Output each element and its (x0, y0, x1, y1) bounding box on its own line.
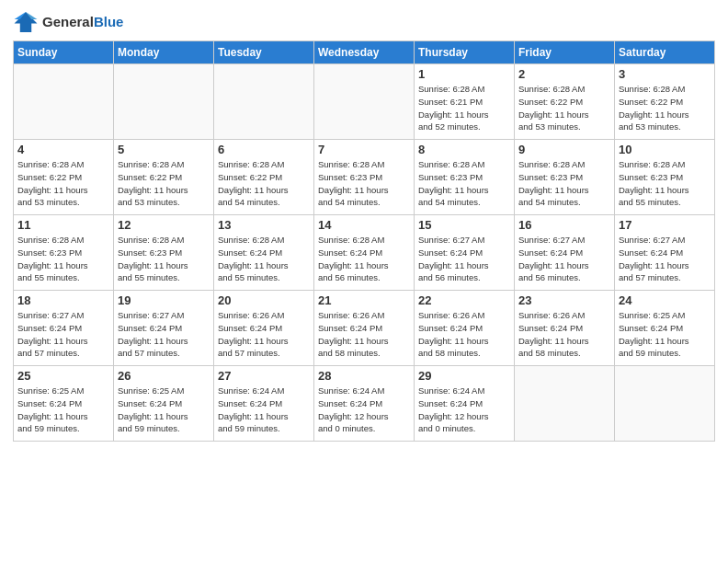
calendar-day-5: 5Sunrise: 6:28 AMSunset: 6:22 PMDaylight… (114, 140, 214, 215)
day-info: Sunrise: 6:27 AMSunset: 6:24 PMDaylight:… (17, 309, 109, 360)
day-info: Sunrise: 6:24 AMSunset: 6:24 PMDaylight:… (318, 385, 410, 435)
day-info: Sunrise: 6:25 AMSunset: 6:24 PMDaylight:… (619, 309, 711, 360)
day-info: Sunrise: 6:24 AMSunset: 6:24 PMDaylight:… (418, 385, 510, 435)
calendar-empty-cell (615, 366, 715, 442)
day-number: 20 (218, 293, 310, 307)
day-info: Sunrise: 6:26 AMSunset: 6:24 PMDaylight:… (218, 309, 310, 360)
calendar-header-row: SundayMondayTuesdayWednesdayThursdayFrid… (14, 41, 715, 64)
day-number: 22 (418, 293, 510, 307)
day-number: 7 (318, 143, 410, 156)
day-info: Sunrise: 6:26 AMSunset: 6:24 PMDaylight:… (418, 309, 510, 360)
day-number: 11 (17, 218, 109, 232)
calendar-day-18: 18Sunrise: 6:27 AMSunset: 6:24 PMDayligh… (14, 291, 114, 366)
calendar-empty-cell (214, 64, 314, 140)
calendar-day-24: 24Sunrise: 6:25 AMSunset: 6:24 PMDayligh… (615, 291, 715, 366)
calendar-day-8: 8Sunrise: 6:28 AMSunset: 6:23 PMDaylight… (415, 140, 515, 215)
day-info: Sunrise: 6:28 AMSunset: 6:23 PMDaylight:… (518, 158, 610, 209)
day-number: 23 (518, 293, 610, 307)
weekday-header-wednesday: Wednesday (314, 41, 415, 64)
day-info: Sunrise: 6:28 AMSunset: 6:24 PMDaylight:… (218, 234, 310, 284)
calendar-day-13: 13Sunrise: 6:28 AMSunset: 6:24 PMDayligh… (214, 215, 314, 291)
calendar-day-28: 28Sunrise: 6:24 AMSunset: 6:24 PMDayligh… (314, 366, 415, 442)
calendar-day-11: 11Sunrise: 6:28 AMSunset: 6:23 PMDayligh… (14, 215, 114, 291)
day-number: 5 (118, 143, 210, 156)
weekday-header-friday: Friday (515, 41, 615, 64)
day-info: Sunrise: 6:25 AMSunset: 6:24 PMDaylight:… (118, 385, 210, 435)
day-info: Sunrise: 6:24 AMSunset: 6:24 PMDaylight:… (218, 385, 310, 435)
calendar-day-12: 12Sunrise: 6:28 AMSunset: 6:23 PMDayligh… (114, 215, 214, 291)
day-number: 16 (518, 218, 610, 232)
calendar-day-25: 25Sunrise: 6:25 AMSunset: 6:24 PMDayligh… (14, 366, 114, 442)
calendar-day-21: 21Sunrise: 6:26 AMSunset: 6:24 PMDayligh… (314, 291, 415, 366)
day-info: Sunrise: 6:28 AMSunset: 6:22 PMDaylight:… (518, 83, 610, 133)
day-number: 4 (17, 143, 109, 156)
day-info: Sunrise: 6:28 AMSunset: 6:23 PMDaylight:… (17, 234, 109, 284)
calendar-day-6: 6Sunrise: 6:28 AMSunset: 6:22 PMDaylight… (214, 140, 314, 215)
weekday-header-sunday: Sunday (14, 41, 114, 64)
day-number: 12 (118, 218, 210, 232)
day-number: 21 (318, 293, 410, 307)
calendar-day-15: 15Sunrise: 6:27 AMSunset: 6:24 PMDayligh… (415, 215, 515, 291)
day-info: Sunrise: 6:27 AMSunset: 6:24 PMDaylight:… (619, 234, 711, 284)
calendar-day-27: 27Sunrise: 6:24 AMSunset: 6:24 PMDayligh… (214, 366, 314, 442)
weekday-header-monday: Monday (114, 41, 214, 64)
calendar-week-row: 25Sunrise: 6:25 AMSunset: 6:24 PMDayligh… (14, 366, 715, 442)
day-info: Sunrise: 6:27 AMSunset: 6:24 PMDaylight:… (518, 234, 610, 284)
day-info: Sunrise: 6:28 AMSunset: 6:23 PMDaylight:… (318, 158, 410, 209)
day-info: Sunrise: 6:28 AMSunset: 6:23 PMDaylight:… (418, 158, 510, 209)
day-info: Sunrise: 6:28 AMSunset: 6:24 PMDaylight:… (318, 234, 410, 284)
calendar-day-7: 7Sunrise: 6:28 AMSunset: 6:23 PMDaylight… (314, 140, 415, 215)
day-info: Sunrise: 6:28 AMSunset: 6:23 PMDaylight:… (118, 234, 210, 284)
calendar-day-10: 10Sunrise: 6:28 AMSunset: 6:23 PMDayligh… (615, 140, 715, 215)
calendar-week-row: 4Sunrise: 6:28 AMSunset: 6:22 PMDaylight… (14, 140, 715, 215)
day-number: 2 (518, 67, 610, 81)
calendar-table: SundayMondayTuesdayWednesdayThursdayFrid… (13, 40, 715, 442)
day-number: 19 (118, 293, 210, 307)
calendar-day-26: 26Sunrise: 6:25 AMSunset: 6:24 PMDayligh… (114, 366, 214, 442)
weekday-header-tuesday: Tuesday (214, 41, 314, 64)
day-number: 10 (619, 143, 711, 156)
day-number: 28 (318, 369, 410, 383)
day-number: 29 (418, 369, 510, 383)
calendar-day-22: 22Sunrise: 6:26 AMSunset: 6:24 PMDayligh… (415, 291, 515, 366)
day-number: 6 (218, 143, 310, 156)
day-number: 3 (619, 67, 711, 81)
calendar-day-1: 1Sunrise: 6:28 AMSunset: 6:21 PMDaylight… (415, 64, 515, 140)
day-number: 26 (118, 369, 210, 383)
calendar-empty-cell (314, 64, 415, 140)
calendar-week-row: 18Sunrise: 6:27 AMSunset: 6:24 PMDayligh… (14, 291, 715, 366)
calendar-empty-cell (114, 64, 214, 140)
day-number: 1 (418, 67, 510, 81)
day-info: Sunrise: 6:26 AMSunset: 6:24 PMDaylight:… (318, 309, 410, 360)
day-info: Sunrise: 6:28 AMSunset: 6:23 PMDaylight:… (619, 158, 711, 209)
weekday-header-thursday: Thursday (415, 41, 515, 64)
calendar-week-row: 11Sunrise: 6:28 AMSunset: 6:23 PMDayligh… (14, 215, 715, 291)
day-number: 13 (218, 218, 310, 232)
day-info: Sunrise: 6:26 AMSunset: 6:24 PMDaylight:… (518, 309, 610, 360)
calendar-day-9: 9Sunrise: 6:28 AMSunset: 6:23 PMDaylight… (515, 140, 615, 215)
day-info: Sunrise: 6:28 AMSunset: 6:22 PMDaylight:… (218, 158, 310, 209)
calendar-day-23: 23Sunrise: 6:26 AMSunset: 6:24 PMDayligh… (515, 291, 615, 366)
calendar-empty-cell (515, 366, 615, 442)
calendar-day-17: 17Sunrise: 6:27 AMSunset: 6:24 PMDayligh… (615, 215, 715, 291)
calendar-day-14: 14Sunrise: 6:28 AMSunset: 6:24 PMDayligh… (314, 215, 415, 291)
calendar-empty-cell (14, 64, 114, 140)
day-number: 17 (619, 218, 711, 232)
weekday-header-saturday: Saturday (615, 41, 715, 64)
page-header: GeneralBlue (13, 9, 715, 35)
day-info: Sunrise: 6:27 AMSunset: 6:24 PMDaylight:… (418, 234, 510, 284)
logo-icon (13, 9, 39, 35)
day-info: Sunrise: 6:28 AMSunset: 6:22 PMDaylight:… (619, 83, 711, 133)
day-number: 8 (418, 143, 510, 156)
day-number: 14 (318, 218, 410, 232)
day-info: Sunrise: 6:28 AMSunset: 6:21 PMDaylight:… (418, 83, 510, 133)
day-number: 24 (619, 293, 711, 307)
day-number: 9 (518, 143, 610, 156)
calendar-day-3: 3Sunrise: 6:28 AMSunset: 6:22 PMDaylight… (615, 64, 715, 140)
calendar-day-4: 4Sunrise: 6:28 AMSunset: 6:22 PMDaylight… (14, 140, 114, 215)
calendar-day-16: 16Sunrise: 6:27 AMSunset: 6:24 PMDayligh… (515, 215, 615, 291)
day-info: Sunrise: 6:25 AMSunset: 6:24 PMDaylight:… (17, 385, 109, 435)
day-info: Sunrise: 6:28 AMSunset: 6:22 PMDaylight:… (118, 158, 210, 209)
calendar-day-2: 2Sunrise: 6:28 AMSunset: 6:22 PMDaylight… (515, 64, 615, 140)
logo-text: GeneralBlue (42, 14, 123, 30)
